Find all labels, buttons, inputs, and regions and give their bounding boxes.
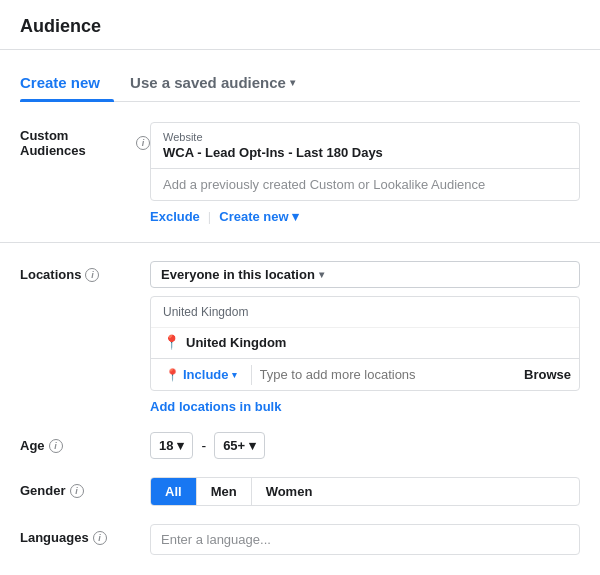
age-min-chevron-icon: ▾ [177,438,184,453]
location-dropdown-chevron-icon: ▾ [319,269,324,280]
age-controls: 18 ▾ - 65+ ▾ [150,432,580,459]
create-new-label: Create new [219,209,288,224]
locations-selected-item: 📍 United Kingdom [151,327,579,358]
age-content: 18 ▾ - 65+ ▾ [150,432,580,459]
gender-label: Gender i [20,477,150,498]
age-max-value: 65+ [223,438,245,453]
locations-row: Locations i Everyone in this location ▾ … [20,261,580,414]
age-info-icon[interactable]: i [49,439,63,453]
create-new-link[interactable]: Create new ▾ [219,209,298,224]
gender-content: All Men Women [150,477,580,506]
locations-content: Everyone in this location ▾ United Kingd… [150,261,580,414]
location-search-input[interactable] [260,367,525,382]
location-type-dropdown[interactable]: Everyone in this location ▾ [150,261,580,288]
locations-info-icon[interactable]: i [85,268,99,282]
section-divider [0,242,600,243]
gender-row: Gender i All Men Women [20,477,580,506]
language-input[interactable] [150,524,580,555]
top-divider [0,49,600,50]
audiences-item: Website WCA - Lead Opt-Ins - Last 180 Da… [151,123,579,169]
include-dropdown[interactable]: 📍 Include ▾ [159,363,243,386]
locations-item-name: United Kingdom [186,335,286,350]
audiences-item-value: WCA - Lead Opt-Ins - Last 180 Days [163,145,567,160]
audiences-placeholder[interactable]: Add a previously created Custom or Looka… [151,169,579,200]
age-separator: - [201,438,206,454]
gender-btn-all[interactable]: All [151,478,197,505]
location-type-label: Everyone in this location [161,267,315,282]
include-row: 📍 Include ▾ Browse [151,358,579,390]
age-max-chevron-icon: ▾ [249,438,256,453]
audience-panel: Audience Create new Use a saved audience… [0,0,600,575]
custom-audiences-row: Custom Audiences i Website WCA - Lead Op… [20,122,580,224]
locations-label: Locations i [20,261,150,282]
page-title: Audience [20,16,580,37]
age-max-dropdown[interactable]: 65+ ▾ [214,432,265,459]
include-separator [251,365,252,385]
create-new-chevron-icon: ▾ [292,209,299,224]
include-pin-icon: 📍 [165,368,180,382]
languages-label: Languages i [20,524,150,545]
age-row: Age i 18 ▾ - 65+ ▾ [20,432,580,459]
gender-btn-women[interactable]: Women [252,478,327,505]
gender-buttons: All Men Women [150,477,580,506]
audiences-item-type: Website [163,131,567,143]
exclude-link[interactable]: Exclude [150,209,200,224]
languages-row: Languages i [20,524,580,555]
audience-tabs: Create new Use a saved audience ▾ [20,66,580,102]
locations-header: United Kingdom [151,297,579,327]
tab-create-new[interactable]: Create new [20,66,114,101]
browse-link[interactable]: Browse [524,367,571,382]
audiences-box: Website WCA - Lead Opt-Ins - Last 180 Da… [150,122,580,201]
action-separator: | [208,209,211,224]
add-locations-bulk-link[interactable]: Add locations in bulk [150,399,281,414]
custom-audiences-info-icon[interactable]: i [136,136,150,150]
include-chevron-icon: ▾ [232,370,237,380]
location-pin-icon: 📍 [163,334,180,350]
tab-use-saved[interactable]: Use a saved audience ▾ [130,66,309,101]
gender-btn-men[interactable]: Men [197,478,252,505]
include-label: Include [183,367,229,382]
age-min-dropdown[interactable]: 18 ▾ [150,432,193,459]
saved-audience-chevron-icon: ▾ [290,77,295,88]
gender-info-icon[interactable]: i [70,484,84,498]
age-min-value: 18 [159,438,173,453]
locations-box: United Kingdom 📍 United Kingdom 📍 Includ… [150,296,580,391]
custom-audiences-content: Website WCA - Lead Opt-Ins - Last 180 Da… [150,122,580,224]
languages-content [150,524,580,555]
custom-audiences-label: Custom Audiences i [20,122,150,158]
audiences-actions: Exclude | Create new ▾ [150,209,580,224]
languages-info-icon[interactable]: i [93,531,107,545]
age-label: Age i [20,432,150,453]
